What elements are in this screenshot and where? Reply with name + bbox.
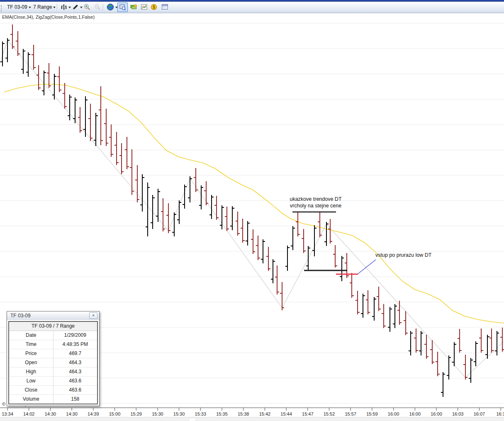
row-label: Date: [9, 331, 54, 340]
indicator-label: EMA(Close,34), ZigZag(Close,Points,1,Fal…: [2, 15, 95, 19]
x-axis-label: 15:29: [130, 411, 142, 416]
zoom-in-button[interactable]: [83, 2, 92, 12]
dollar-button[interactable]: $: [149, 2, 158, 12]
x-axis-label: 15:30: [173, 411, 185, 416]
toolbar-separator: [103, 4, 103, 11]
dollar-coin-icon: $: [151, 4, 157, 10]
x-axis-label: 14:30: [45, 411, 56, 416]
table-row: Volume 158: [9, 395, 97, 404]
x-axis-label: 15:38: [238, 411, 249, 416]
zoom-out-button[interactable]: [93, 2, 102, 12]
ema-line: [4, 84, 504, 323]
annotation-line-1: ukazkove trendove DT: [285, 196, 346, 202]
bar-style-icon: [61, 4, 67, 10]
table-row: Price 469.7: [9, 349, 97, 358]
new-chart-button[interactable]: [139, 2, 149, 12]
row-label: Volume: [9, 395, 54, 404]
x-axis-label: 16:00: [409, 411, 421, 416]
row-value: 469.7: [54, 349, 97, 358]
close-icon[interactable]: ✕: [89, 312, 97, 319]
zoom-in-icon: [84, 4, 90, 10]
row-value: 4:48:35 PM: [54, 340, 97, 349]
x-axis-label: 16:1: [496, 411, 504, 416]
instrument-selector[interactable]: TF 03-09: [6, 2, 32, 12]
chart-icon: [141, 4, 148, 10]
x-axis-label: 15:00: [109, 411, 121, 416]
x-axis-label: 14:02: [23, 411, 35, 416]
table-row: High 464.3: [9, 367, 97, 377]
drawing-tools-button[interactable]: [71, 2, 84, 12]
data-window-header: TF 03-09 / 7 Range: [9, 322, 97, 331]
bottom-scroll-strip: [0, 417, 504, 421]
x-axis-label: 15:47: [302, 411, 314, 416]
double-top-annotation-text: ukazkove trendove DT vrcholy na stejne c…: [285, 196, 346, 209]
globe-icon: [107, 3, 114, 11]
row-value: 464.3: [54, 367, 97, 376]
annotation-line-2: vrcholy na stejne cene: [285, 202, 346, 209]
table-row: Time 4:48:35 PM: [9, 340, 97, 349]
row-label: High: [9, 367, 54, 376]
row-value: 463.6: [54, 386, 97, 394]
x-axis-label: 13:34: [2, 411, 13, 416]
x-axis-label: 14:30: [66, 411, 78, 416]
row-value: 158: [54, 395, 97, 404]
x-axis-label: 14:39: [88, 411, 99, 416]
toolbar-separator: [57, 4, 57, 11]
bar-style-button[interactable]: [59, 2, 72, 12]
table-row: Low 463.6: [9, 377, 97, 386]
x-axis-label: 15:57: [345, 411, 356, 416]
interval-label: 7 Range: [33, 4, 52, 10]
row-value: 463.6: [54, 377, 97, 385]
instrument-label: TF 03-09: [7, 4, 27, 10]
table-row: Open 464.3: [9, 358, 97, 367]
x-axis-label: 15:30: [152, 411, 163, 416]
x-axis-label: 15:59: [366, 411, 378, 416]
data-box-button[interactable]: [117, 2, 128, 12]
data-window-popup: TF 03-09 ✕ TF 03-09 / 7 Range Date 1/29/…: [7, 311, 100, 406]
toolbar-grip[interactable]: [1, 5, 3, 12]
x-axis-label: 15:35: [216, 411, 228, 416]
popup-title: TF 03-09: [10, 313, 89, 319]
x-axis-label: 16:03: [452, 411, 464, 416]
table-row: Date 1/29/2009: [9, 331, 97, 340]
x-axis-label: 15:42: [259, 411, 271, 416]
interval-selector[interactable]: 7 Range: [32, 2, 57, 12]
x-axis-label: 15:33: [195, 411, 207, 416]
ninjatrader-chart-window: TF 03-09 7 Range: [0, 0, 504, 421]
money-icon: [130, 4, 137, 10]
row-label: Time: [9, 340, 54, 349]
x-axis-label: 16:00: [388, 411, 399, 416]
row-label: Low: [9, 377, 54, 385]
chevron-down-icon: [29, 7, 31, 8]
x-axis-label: 15:44: [280, 411, 292, 416]
entry-annotation-text: vstup po prurazu low DT: [375, 252, 431, 258]
data-grid-button[interactable]: [160, 2, 170, 12]
x-axis-label: 15:52: [324, 411, 335, 416]
table-row: Close 463.6: [9, 386, 97, 395]
data-box-icon: [119, 4, 126, 11]
account-money-button[interactable]: [129, 2, 139, 12]
x-axis-label: 16:00: [431, 411, 442, 416]
row-value: 464.3: [54, 358, 97, 367]
data-window-table: TF 03-09 / 7 Range Date 1/29/2009 Time 4…: [8, 321, 98, 404]
chevron-down-icon: [53, 7, 56, 8]
scrollbar-thumb[interactable]: [189, 418, 196, 421]
zoom-out-icon: [94, 4, 101, 10]
row-value: 1/29/2009: [54, 331, 97, 340]
chart-toolbar: TF 03-09 7 Range: [0, 2, 504, 13]
row-label: Close: [9, 386, 54, 394]
row-label: Open: [9, 358, 54, 367]
row-label: Price: [9, 349, 54, 358]
x-axis-label: 16:07: [474, 411, 485, 416]
drawing-tools-pencil-icon: [72, 4, 79, 10]
form-grid-icon: [161, 4, 168, 10]
popup-title-bar[interactable]: TF 03-09 ✕: [7, 311, 99, 320]
svg-text:$: $: [153, 5, 155, 10]
